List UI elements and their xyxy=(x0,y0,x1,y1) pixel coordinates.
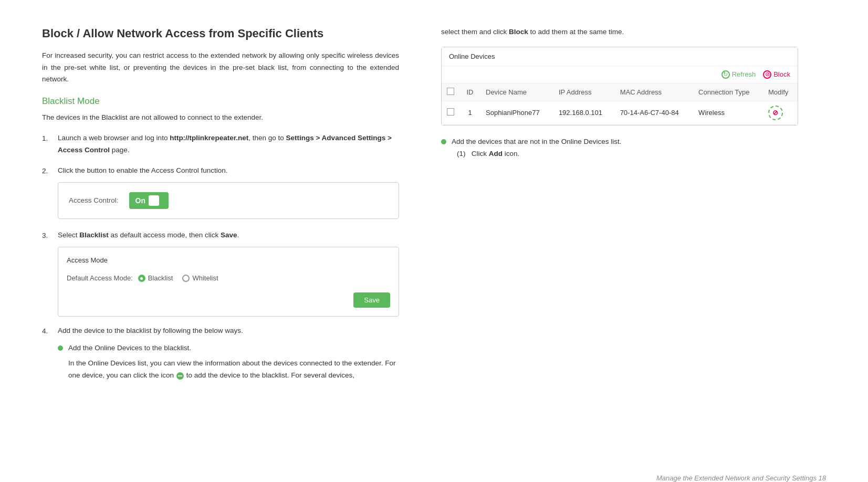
access-mode-title: Access Mode xyxy=(67,255,390,266)
step-2: Click the button to enable the Access Co… xyxy=(42,165,399,221)
block-label: Block xyxy=(773,70,790,78)
save-btn-row: Save xyxy=(67,292,390,308)
row-connection-type: Wireless xyxy=(693,101,763,124)
step-4: Add the device to the blacklist by follo… xyxy=(42,325,399,387)
table-row: 1 SophianiPhone77 192.168.0.101 70-14-A6… xyxy=(442,101,798,124)
right-intro: select them and click Block to add them … xyxy=(441,26,798,38)
step-4-content: Add the device to the blacklist by follo… xyxy=(58,325,399,387)
right-bullet-1-main: Add the devices that are not in the Onli… xyxy=(452,136,798,148)
radio-whitelist-label: Whitelist xyxy=(192,273,218,284)
refresh-icon: ↻ xyxy=(721,70,730,79)
step-1-content: Launch a web browser and log into http:/… xyxy=(58,132,399,156)
row-modify: ⊘ xyxy=(763,101,798,124)
blacklist-mode-heading: Blacklist Mode xyxy=(42,96,399,107)
toggle-label: On xyxy=(135,196,145,205)
block-bold: Block xyxy=(509,28,528,36)
col-mac-address: MAC Address xyxy=(615,83,693,101)
col-modify: Modify xyxy=(763,83,798,101)
col-device-name: Device Name xyxy=(480,83,553,101)
footer-note: Manage the Extended Network and Security… xyxy=(656,474,826,482)
access-control-row: Access Control: On xyxy=(69,192,388,209)
radio-blacklist-label: Blacklist xyxy=(148,273,173,284)
add-bold: Add xyxy=(489,150,503,158)
radio-whitelist[interactable]: Whitelist xyxy=(182,273,218,284)
online-devices-header: Online Devices xyxy=(442,47,798,66)
access-mode-box: Access Mode Default Access Mode: Blackli… xyxy=(58,247,399,317)
step-3-blacklist-bold: Blacklist xyxy=(79,231,109,239)
radio-whitelist-icon xyxy=(182,275,190,282)
row-id: 1 xyxy=(459,101,480,124)
refresh-label: Refresh xyxy=(732,70,756,78)
block-circle-icon xyxy=(176,372,184,380)
step-4-text: Add the device to the blacklist by follo… xyxy=(58,327,243,334)
col-id: ID xyxy=(459,83,480,101)
od-toolbar: ↻ Refresh ⊘ Block xyxy=(442,66,798,83)
row-device-name: SophianiPhone77 xyxy=(480,101,553,124)
step-3-text-after: . xyxy=(237,231,239,239)
step-1-text-middle: , then go to xyxy=(248,134,286,142)
bullet-content-1: Add the Online Devices to the blacklist.… xyxy=(68,342,399,382)
step-3-save-bold: Save xyxy=(221,231,237,239)
blacklist-description: The devices in the Blacklist are not all… xyxy=(42,112,399,124)
access-control-label: Access Control: xyxy=(69,195,119,207)
step-3-text-before: Select xyxy=(58,231,79,239)
radio-blacklist-icon xyxy=(138,275,145,282)
row-ip: 192.168.0.101 xyxy=(553,101,615,124)
modify-block-icon[interactable]: ⊘ xyxy=(768,106,783,120)
right-bullet-1-sub: (1) Click Add icon. xyxy=(457,148,798,160)
radio-group: Blacklist Whitelist xyxy=(138,273,218,284)
block-icon: ⊘ xyxy=(763,70,771,79)
step-4-bullet-1: Add the Online Devices to the blacklist.… xyxy=(58,342,399,382)
intro-paragraph: For increased security, you can restrict… xyxy=(42,50,399,86)
refresh-button[interactable]: ↻ Refresh xyxy=(721,70,756,79)
step-3-content: Select Blacklist as default access mode,… xyxy=(58,229,399,317)
bullet-1-main: Add the Online Devices to the blacklist. xyxy=(68,342,399,354)
access-control-toggle[interactable]: On xyxy=(129,192,169,209)
save-button[interactable]: Save xyxy=(353,292,390,308)
access-mode-row: Default Access Mode: Blacklist Whitelist xyxy=(67,273,390,284)
select-all-checkbox[interactable] xyxy=(447,88,454,95)
default-access-mode-label: Default Access Mode: xyxy=(67,273,133,284)
col-checkbox xyxy=(442,83,459,101)
step-1-text-after: page. xyxy=(110,146,130,154)
right-bullet-content-1: Add the devices that are not in the Onli… xyxy=(452,136,798,160)
step-3-text-middle: as default access mode, then click xyxy=(109,231,221,239)
online-devices-box: Online Devices ↻ Refresh ⊘ Block ID Dev xyxy=(441,47,798,125)
right-bullet-dot-1 xyxy=(441,139,446,144)
online-devices-table: ID Device Name IP Address MAC Address Co… xyxy=(442,83,798,125)
toggle-knob xyxy=(149,195,159,206)
radio-blacklist[interactable]: Blacklist xyxy=(138,273,173,284)
row-mac: 70-14-A6-C7-40-84 xyxy=(615,101,693,124)
page-wrapper: Block / Allow Network Access from Specif… xyxy=(21,11,847,482)
step-1-text-before: Launch a web browser and log into xyxy=(58,134,170,142)
right-column: select them and click Block to add them … xyxy=(431,26,798,471)
right-bullet-1: Add the devices that are not in the Onli… xyxy=(441,136,798,160)
row-checkbox[interactable] xyxy=(447,108,454,116)
step-2-content: Click the button to enable the Access Co… xyxy=(58,165,399,221)
step-1: Launch a web browser and log into http:/… xyxy=(42,132,399,156)
col-ip-address: IP Address xyxy=(553,83,615,101)
right-bullet-list: Add the devices that are not in the Onli… xyxy=(441,136,798,160)
bullet-dot-1 xyxy=(58,345,63,351)
page-title: Block / Allow Network Access from Specif… xyxy=(42,26,399,41)
col-connection-type: Connection Type xyxy=(693,83,763,101)
step-3: Select Blacklist as default access mode,… xyxy=(42,229,399,317)
step-4-bullets: Add the Online Devices to the blacklist.… xyxy=(58,342,399,382)
step-2-text: Click the button to enable the Access Co… xyxy=(58,166,227,174)
left-column: Block / Allow Network Access from Specif… xyxy=(42,26,410,471)
bullet-1-sub: In the Online Devices list, you can view… xyxy=(68,358,399,382)
access-control-widget: Access Control: On xyxy=(58,182,399,219)
online-devices-title: Online Devices xyxy=(449,53,495,60)
table-header-row: ID Device Name IP Address MAC Address Co… xyxy=(442,83,798,101)
block-button[interactable]: ⊘ Block xyxy=(763,70,790,79)
row-checkbox-cell xyxy=(442,101,459,124)
step-1-link: http://tplinkrepeater.net xyxy=(170,134,248,142)
steps-list: Launch a web browser and log into http:/… xyxy=(42,132,399,387)
